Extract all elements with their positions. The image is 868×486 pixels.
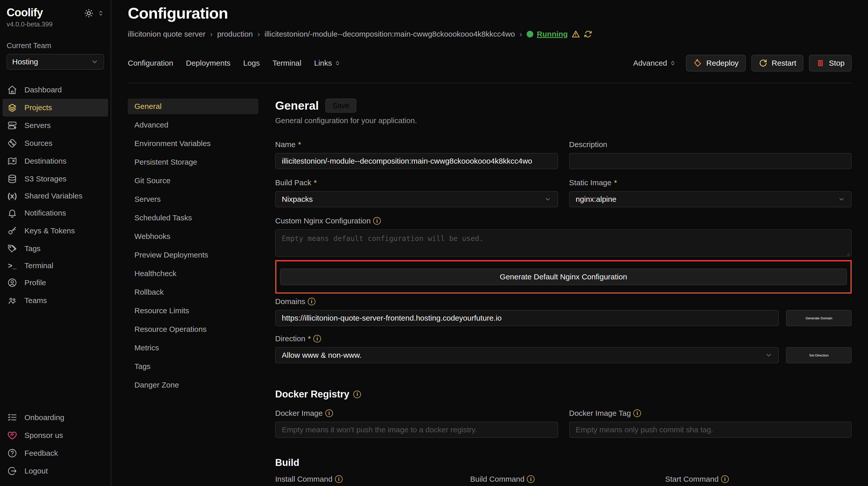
- info-icon[interactable]: [353, 391, 361, 398]
- warning-triangle-icon[interactable]: [571, 30, 580, 38]
- sidebar-item-shared-variables[interactable]: (x) Shared Variables: [3, 188, 108, 204]
- key-icon: [7, 226, 17, 236]
- subnav-healthcheck[interactable]: Healthcheck: [128, 266, 258, 282]
- stop-label: Stop: [829, 59, 845, 67]
- general-heading: General: [275, 99, 319, 112]
- required-asterisk: *: [314, 179, 317, 187]
- subnav-webhooks[interactable]: Webhooks: [128, 228, 258, 244]
- sidebar-item-servers[interactable]: Servers: [3, 117, 108, 134]
- resize-handle-icon[interactable]: [846, 252, 850, 256]
- sidebar-item-label: Profile: [25, 279, 46, 287]
- sidebar-item-teams[interactable]: Teams: [3, 292, 108, 310]
- stop-button[interactable]: Stop: [809, 55, 852, 71]
- static-image-label: Static Image*: [569, 179, 852, 187]
- sidebar-item-s3-storages[interactable]: S3 Storages: [3, 170, 108, 188]
- redeploy-button[interactable]: Redeploy: [686, 55, 746, 71]
- tab-deployments[interactable]: Deployments: [186, 59, 230, 67]
- info-icon[interactable]: [721, 475, 729, 483]
- sidebar-item-projects[interactable]: Projects: [3, 99, 108, 117]
- breadcrumb-separator: ›: [257, 30, 260, 38]
- subnav-tags[interactable]: Tags: [128, 358, 258, 374]
- domains-input[interactable]: [275, 310, 779, 326]
- subnav-environment-variables[interactable]: Environment Variables: [128, 136, 258, 152]
- chevron-down-icon: [544, 196, 551, 203]
- tab-terminal[interactable]: Terminal: [273, 59, 301, 67]
- save-button[interactable]: Save: [325, 98, 356, 113]
- sidebar-item-notifications[interactable]: Notifications: [3, 204, 108, 222]
- subnav-scheduled-tasks[interactable]: Scheduled Tasks: [128, 210, 258, 226]
- subnav-danger-zone[interactable]: Danger Zone: [128, 377, 258, 393]
- info-icon[interactable]: [325, 410, 333, 417]
- info-icon[interactable]: [308, 298, 315, 305]
- name-input[interactable]: [275, 153, 558, 169]
- info-icon[interactable]: [373, 217, 381, 225]
- sidebar-item-label: Keys & Tokens: [25, 226, 75, 235]
- generate-nginx-config-button[interactable]: Generate Default Nginx Configuration: [280, 268, 847, 285]
- sidebar-item-keys-tokens[interactable]: Keys & Tokens: [3, 222, 108, 240]
- generate-domain-button[interactable]: Generate Domain: [786, 310, 852, 326]
- refresh-icon[interactable]: [584, 30, 592, 38]
- sidebar-item-logout[interactable]: Logout: [3, 462, 108, 480]
- theme-sun-icon[interactable]: [84, 9, 93, 18]
- subnav-advanced[interactable]: Advanced: [128, 117, 258, 133]
- subnav-git-source[interactable]: Git Source: [128, 173, 258, 189]
- sidebar-item-onboarding[interactable]: Onboarding: [3, 409, 108, 426]
- info-icon[interactable]: [313, 335, 321, 343]
- build-pack-select[interactable]: Nixpacks: [275, 191, 558, 207]
- sidebar-item-terminal[interactable]: >_ Terminal: [3, 258, 108, 274]
- tab-links[interactable]: Links: [314, 59, 341, 67]
- sidebar-item-label: Notifications: [25, 209, 66, 217]
- subnav-resource-limits[interactable]: Resource Limits: [128, 303, 258, 319]
- help-circle-icon: [7, 448, 17, 458]
- subnav-servers[interactable]: Servers: [128, 191, 258, 207]
- sidebar-item-sources[interactable]: Sources: [3, 134, 108, 152]
- subnav-metrics[interactable]: Metrics: [128, 340, 258, 356]
- required-asterisk: *: [298, 140, 301, 149]
- docker-image-tag-input[interactable]: [569, 422, 852, 438]
- sidebar-item-sponsor-us[interactable]: Sponsor us: [3, 426, 108, 444]
- subnav-resource-operations[interactable]: Resource Operations: [128, 321, 258, 337]
- server-icon: [7, 120, 17, 131]
- breadcrumb-application[interactable]: illicitestonion/-module--decomposition:m…: [265, 30, 515, 38]
- sidebar-item-label: Teams: [25, 296, 47, 305]
- subnav-preview-deployments[interactable]: Preview Deployments: [128, 247, 258, 263]
- breadcrumb-environment[interactable]: production: [217, 30, 253, 38]
- page-title: Configuration: [128, 4, 852, 22]
- static-image-select[interactable]: nginx:alpine: [569, 191, 852, 207]
- sidebar: Coolify v4.0.0-beta.399 Current Team Hos…: [0, 0, 111, 486]
- restart-button[interactable]: Restart: [751, 55, 804, 71]
- status-badge: Running: [527, 30, 592, 38]
- breadcrumb-project[interactable]: illicitonion quote server: [128, 30, 206, 38]
- teams-icon: [7, 295, 17, 305]
- theme-selector-updown-icon[interactable]: [97, 10, 104, 17]
- nginx-config-textarea[interactable]: [275, 229, 852, 257]
- tab-configuration[interactable]: Configuration: [128, 59, 173, 67]
- sidebar-item-feedback[interactable]: Feedback: [3, 444, 108, 462]
- build-pack-label: Build Pack*: [275, 179, 558, 187]
- tab-logs[interactable]: Logs: [243, 59, 260, 67]
- subnav-persistent-storage[interactable]: Persistent Storage: [128, 154, 258, 170]
- info-icon[interactable]: [633, 410, 641, 417]
- info-icon[interactable]: [527, 475, 534, 483]
- build-heading: Build: [275, 457, 852, 468]
- sidebar-item-profile[interactable]: Profile: [3, 274, 108, 292]
- sidebar-item-tags[interactable]: Tags: [3, 240, 108, 258]
- docker-image-input[interactable]: [275, 422, 558, 438]
- set-direction-button[interactable]: Set Direction: [786, 347, 852, 363]
- status-running-link[interactable]: Running: [537, 30, 568, 38]
- info-icon[interactable]: [335, 475, 343, 483]
- subnav-general[interactable]: General: [128, 98, 258, 114]
- restart-icon: [758, 59, 768, 68]
- team-select[interactable]: Hosting: [7, 54, 104, 70]
- docker-image-tag-label: Docker Image Tag: [569, 409, 852, 418]
- subnav-rollback[interactable]: Rollback: [128, 284, 258, 300]
- sidebar-item-dashboard[interactable]: Dashboard: [3, 81, 108, 99]
- description-input[interactable]: [569, 153, 852, 169]
- sidebar-item-destinations[interactable]: Destinations: [3, 152, 108, 170]
- direction-select[interactable]: Allow www & non-www.: [275, 347, 779, 363]
- chevron-up-down-icon: [670, 60, 676, 66]
- sidebar-nav: Dashboard Projects Servers Sources Desti…: [3, 81, 108, 310]
- advanced-dropdown[interactable]: Advanced: [633, 59, 676, 67]
- shared-variables-icon: (x): [7, 192, 17, 200]
- build-command-label: Build Command: [470, 475, 657, 483]
